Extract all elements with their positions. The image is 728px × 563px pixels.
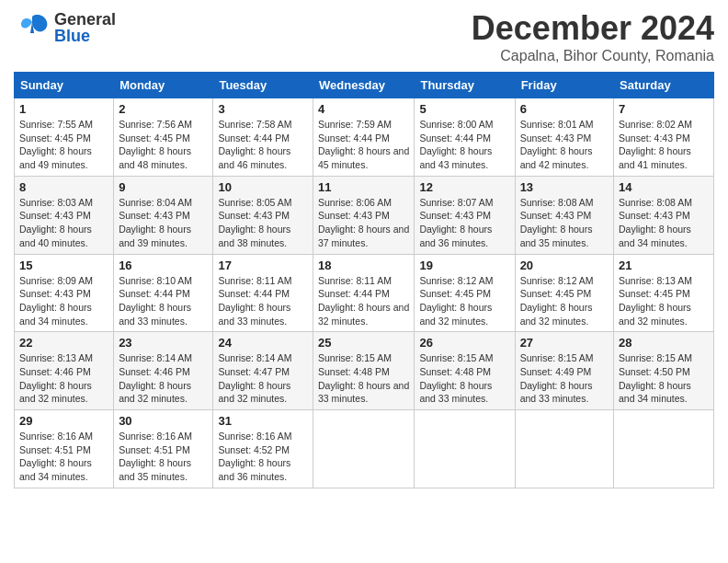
subtitle: Capalna, Bihor County, Romania — [472, 48, 714, 64]
day-number: 25 — [318, 336, 409, 350]
logo-icon — [14, 9, 51, 46]
day-number: 17 — [218, 259, 308, 272]
day-sun-info: Sunrise: 8:06 AMSunset: 4:43 PMDaylight:… — [318, 196, 409, 250]
day-cell-7: 7Sunrise: 8:02 AMSunset: 4:43 PMDaylight… — [614, 98, 714, 177]
day-cell-16: 16Sunrise: 8:10 AMSunset: 4:44 PMDayligh… — [114, 254, 213, 332]
empty-day-cell — [614, 410, 714, 488]
day-cell-2: 2Sunrise: 7:56 AMSunset: 4:45 PMDaylight… — [114, 98, 213, 177]
calendar-table: SundayMondayTuesdayWednesdayThursdayFrid… — [14, 72, 714, 488]
day-sun-info: Sunrise: 7:55 AMSunset: 4:45 PMDaylight:… — [19, 118, 108, 172]
main-title: December 2024 — [472, 9, 714, 48]
day-sun-info: Sunrise: 7:56 AMSunset: 4:45 PMDaylight:… — [119, 118, 208, 172]
day-number: 28 — [619, 336, 709, 350]
calendar-week-row: 15Sunrise: 8:09 AMSunset: 4:43 PMDayligh… — [15, 254, 714, 332]
logo: General Blue — [14, 9, 116, 46]
day-cell-25: 25Sunrise: 8:15 AMSunset: 4:48 PMDayligh… — [313, 332, 415, 410]
logo-text: General Blue — [54, 11, 116, 44]
day-sun-info: Sunrise: 8:16 AMSunset: 4:52 PMDaylight:… — [218, 430, 308, 484]
day-sun-info: Sunrise: 8:14 AMSunset: 4:46 PMDaylight:… — [119, 351, 208, 406]
day-cell-29: 29Sunrise: 8:16 AMSunset: 4:51 PMDayligh… — [15, 410, 114, 488]
weekday-header-friday: Friday — [515, 73, 613, 98]
day-number: 2 — [119, 102, 208, 116]
day-cell-12: 12Sunrise: 8:07 AMSunset: 4:43 PMDayligh… — [415, 176, 515, 254]
day-number: 5 — [419, 102, 509, 116]
day-cell-11: 11Sunrise: 8:06 AMSunset: 4:43 PMDayligh… — [313, 176, 415, 254]
day-cell-26: 26Sunrise: 8:15 AMSunset: 4:48 PMDayligh… — [415, 332, 515, 410]
day-number: 16 — [119, 259, 208, 272]
day-cell-21: 21Sunrise: 8:13 AMSunset: 4:45 PMDayligh… — [614, 254, 714, 332]
day-number: 21 — [619, 259, 709, 272]
day-sun-info: Sunrise: 8:03 AMSunset: 4:43 PMDaylight:… — [19, 196, 108, 250]
empty-day-cell — [415, 410, 515, 488]
day-sun-info: Sunrise: 8:13 AMSunset: 4:46 PMDaylight:… — [19, 351, 108, 406]
day-cell-23: 23Sunrise: 8:14 AMSunset: 4:46 PMDayligh… — [114, 332, 213, 410]
calendar-week-row: 29Sunrise: 8:16 AMSunset: 4:51 PMDayligh… — [15, 410, 714, 488]
day-cell-27: 27Sunrise: 8:15 AMSunset: 4:49 PMDayligh… — [515, 332, 613, 410]
day-cell-15: 15Sunrise: 8:09 AMSunset: 4:43 PMDayligh… — [15, 254, 114, 332]
day-cell-30: 30Sunrise: 8:16 AMSunset: 4:51 PMDayligh… — [114, 410, 213, 488]
day-cell-18: 18Sunrise: 8:11 AMSunset: 4:44 PMDayligh… — [313, 254, 415, 332]
day-number: 22 — [19, 336, 108, 350]
day-sun-info: Sunrise: 8:08 AMSunset: 4:43 PMDaylight:… — [619, 196, 709, 250]
calendar-week-row: 8Sunrise: 8:03 AMSunset: 4:43 PMDaylight… — [15, 176, 714, 254]
day-number: 29 — [19, 414, 108, 428]
empty-day-cell — [313, 410, 415, 488]
day-sun-info: Sunrise: 8:15 AMSunset: 4:49 PMDaylight:… — [520, 351, 609, 406]
day-number: 7 — [619, 102, 709, 116]
day-sun-info: Sunrise: 8:09 AMSunset: 4:43 PMDaylight:… — [19, 274, 108, 328]
day-number: 15 — [19, 259, 108, 272]
day-sun-info: Sunrise: 8:01 AMSunset: 4:43 PMDaylight:… — [520, 118, 609, 172]
day-cell-13: 13Sunrise: 8:08 AMSunset: 4:43 PMDayligh… — [515, 176, 613, 254]
day-sun-info: Sunrise: 8:13 AMSunset: 4:45 PMDaylight:… — [619, 274, 709, 328]
day-cell-17: 17Sunrise: 8:11 AMSunset: 4:44 PMDayligh… — [213, 254, 313, 332]
day-cell-3: 3Sunrise: 7:58 AMSunset: 4:44 PMDaylight… — [213, 98, 313, 177]
day-sun-info: Sunrise: 8:08 AMSunset: 4:43 PMDaylight:… — [520, 196, 609, 250]
empty-day-cell — [515, 410, 613, 488]
day-sun-info: Sunrise: 8:07 AMSunset: 4:43 PMDaylight:… — [419, 196, 509, 250]
day-number: 6 — [520, 102, 609, 116]
day-sun-info: Sunrise: 8:16 AMSunset: 4:51 PMDaylight:… — [119, 430, 208, 484]
weekday-header-tuesday: Tuesday — [213, 73, 313, 98]
weekday-header-thursday: Thursday — [415, 73, 515, 98]
day-sun-info: Sunrise: 8:11 AMSunset: 4:44 PMDaylight:… — [218, 274, 308, 328]
day-sun-info: Sunrise: 8:15 AMSunset: 4:48 PMDaylight:… — [318, 351, 409, 406]
weekday-header-row: SundayMondayTuesdayWednesdayThursdayFrid… — [15, 73, 714, 98]
day-sun-info: Sunrise: 8:15 AMSunset: 4:48 PMDaylight:… — [419, 351, 509, 406]
day-cell-31: 31Sunrise: 8:16 AMSunset: 4:52 PMDayligh… — [213, 410, 313, 488]
calendar-week-row: 1Sunrise: 7:55 AMSunset: 4:45 PMDaylight… — [15, 98, 714, 177]
day-cell-22: 22Sunrise: 8:13 AMSunset: 4:46 PMDayligh… — [15, 332, 114, 410]
day-cell-20: 20Sunrise: 8:12 AMSunset: 4:45 PMDayligh… — [515, 254, 613, 332]
day-cell-28: 28Sunrise: 8:15 AMSunset: 4:50 PMDayligh… — [614, 332, 714, 410]
day-sun-info: Sunrise: 7:59 AMSunset: 4:44 PMDaylight:… — [318, 118, 409, 172]
day-number: 26 — [419, 336, 509, 350]
day-sun-info: Sunrise: 8:12 AMSunset: 4:45 PMDaylight:… — [419, 274, 509, 328]
day-sun-info: Sunrise: 8:00 AMSunset: 4:44 PMDaylight:… — [419, 118, 509, 172]
title-block: December 2024 Capalna, Bihor County, Rom… — [472, 9, 714, 64]
day-cell-5: 5Sunrise: 8:00 AMSunset: 4:44 PMDaylight… — [415, 98, 515, 177]
weekday-header-wednesday: Wednesday — [313, 73, 415, 98]
weekday-header-saturday: Saturday — [614, 73, 714, 98]
day-sun-info: Sunrise: 7:58 AMSunset: 4:44 PMDaylight:… — [218, 118, 308, 172]
day-sun-info: Sunrise: 8:05 AMSunset: 4:43 PMDaylight:… — [218, 196, 308, 250]
logo-blue-text: Blue — [54, 28, 116, 44]
day-number: 8 — [19, 180, 108, 194]
weekday-header-sunday: Sunday — [15, 73, 114, 98]
day-cell-1: 1Sunrise: 7:55 AMSunset: 4:45 PMDaylight… — [15, 98, 114, 177]
day-sun-info: Sunrise: 8:10 AMSunset: 4:44 PMDaylight:… — [119, 274, 208, 328]
day-number: 4 — [318, 102, 409, 116]
day-number: 9 — [119, 180, 208, 194]
day-number: 11 — [318, 180, 409, 194]
day-cell-9: 9Sunrise: 8:04 AMSunset: 4:43 PMDaylight… — [114, 176, 213, 254]
day-sun-info: Sunrise: 8:11 AMSunset: 4:44 PMDaylight:… — [318, 274, 409, 328]
day-cell-14: 14Sunrise: 8:08 AMSunset: 4:43 PMDayligh… — [614, 176, 714, 254]
day-sun-info: Sunrise: 8:14 AMSunset: 4:47 PMDaylight:… — [218, 351, 308, 406]
day-number: 23 — [119, 336, 208, 350]
weekday-header-monday: Monday — [114, 73, 213, 98]
day-cell-24: 24Sunrise: 8:14 AMSunset: 4:47 PMDayligh… — [213, 332, 313, 410]
day-cell-10: 10Sunrise: 8:05 AMSunset: 4:43 PMDayligh… — [213, 176, 313, 254]
day-cell-4: 4Sunrise: 7:59 AMSunset: 4:44 PMDaylight… — [313, 98, 415, 177]
day-sun-info: Sunrise: 8:15 AMSunset: 4:50 PMDaylight:… — [619, 351, 709, 406]
calendar-week-row: 22Sunrise: 8:13 AMSunset: 4:46 PMDayligh… — [15, 332, 714, 410]
day-cell-6: 6Sunrise: 8:01 AMSunset: 4:43 PMDaylight… — [515, 98, 613, 177]
day-cell-8: 8Sunrise: 8:03 AMSunset: 4:43 PMDaylight… — [15, 176, 114, 254]
